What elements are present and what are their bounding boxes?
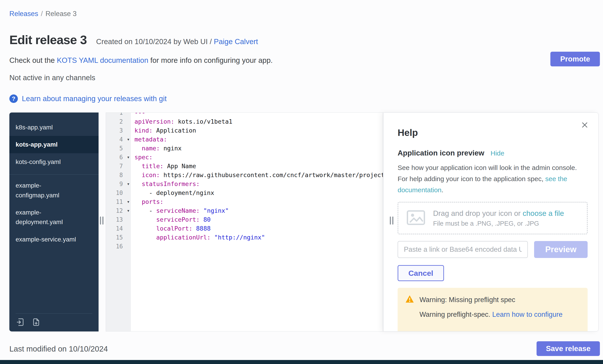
image-placeholder-icon: [407, 210, 425, 226]
editor-line: 4▾metadata:: [106, 135, 383, 144]
code-line[interactable]: title: App Name: [131, 162, 196, 171]
code-line[interactable]: icon: https://raw.githubusercontent.com/…: [131, 171, 383, 179]
line-number: 7: [106, 162, 131, 171]
dropzone-prefix: Drag and drop your icon or: [433, 209, 523, 217]
new-file-icon[interactable]: [32, 318, 41, 328]
promote-button[interactable]: Promote: [550, 52, 600, 66]
section-title: Application icon preview: [398, 149, 484, 157]
editor-resize-handle[interactable]: [390, 217, 393, 225]
choose-file-link[interactable]: choose a file: [523, 209, 564, 217]
help-description: See how your application icon will look …: [398, 162, 587, 196]
editor-line: 10 - deployment/nginx: [106, 188, 383, 197]
git-help-link[interactable]: Learn about managing your releases with …: [22, 94, 167, 103]
editor-line: 12▾ - serviceName: "nginx": [106, 206, 383, 215]
breadcrumb-releases-link[interactable]: Releases: [9, 10, 38, 18]
question-circle-icon[interactable]: ?: [9, 94, 18, 103]
help-panel: Help Application icon preview Hide See h…: [383, 112, 599, 331]
fold-arrow-icon[interactable]: ▾: [127, 206, 130, 215]
close-icon[interactable]: [581, 121, 589, 130]
sidebar-resize-handle[interactable]: [100, 217, 104, 225]
line-number: 4▾: [106, 135, 131, 144]
file-tab-k8s-app.yaml[interactable]: k8s-app.yaml: [9, 119, 99, 136]
icon-preview-section-header: Application icon preview Hide: [398, 149, 504, 157]
line-number: 15: [106, 233, 131, 242]
editor-line: 2apiVersion: kots.io/v1beta1: [106, 117, 383, 126]
kots-yaml-docs-link[interactable]: KOTS YAML documentation: [57, 56, 148, 64]
line-number: 11▾: [106, 197, 131, 206]
breadcrumb: Releases/Release 3: [9, 10, 77, 18]
line-number: 6▾: [106, 153, 131, 162]
code-line[interactable]: name: nginx: [131, 144, 182, 153]
editor-line: 1---: [106, 112, 383, 117]
code-line[interactable]: spec:: [131, 153, 152, 162]
code-line[interactable]: ports:: [131, 197, 163, 206]
author-link[interactable]: Paige Calvert: [214, 37, 258, 46]
line-number: 8: [106, 171, 131, 179]
warning-icon: [405, 295, 414, 305]
fold-arrow-icon[interactable]: ▾: [127, 197, 130, 206]
code-editor[interactable]: 1---2apiVersion: kots.io/v1beta13kind: A…: [106, 112, 383, 331]
code-line[interactable]: localPort: 8888: [131, 224, 210, 233]
created-text: Created on 10/10/2024 by Web UI / Paige …: [96, 37, 258, 46]
docs-prefix: Check out the: [9, 56, 57, 64]
preview-button[interactable]: Preview: [534, 241, 588, 258]
code-line[interactable]: servicePort: 80: [131, 215, 210, 224]
editor-line: 6▾spec:: [106, 153, 383, 162]
breadcrumb-current: Release 3: [46, 10, 77, 18]
file-tab-example-deployment.yaml[interactable]: example-deployment.yaml: [9, 204, 99, 231]
cancel-button[interactable]: Cancel: [398, 265, 444, 281]
help-panel-title: Help: [398, 127, 418, 138]
code-line[interactable]: apiVersion: kots.io/v1beta1: [131, 117, 232, 126]
editor-line: 15 applicationUrl: "http://nginx": [106, 233, 383, 242]
editor-line: 3kind: Application: [106, 126, 383, 135]
code-line[interactable]: ---: [131, 112, 145, 117]
dropzone-text-block: Drag and drop your icon or choose a file…: [433, 209, 564, 227]
header-row: Edit release 3 Created on 10/10/2024 by …: [9, 33, 258, 47]
code-line[interactable]: statusInformers:: [131, 179, 200, 188]
learn-how-to-configure-link[interactable]: Learn how to configure: [492, 310, 562, 318]
code-line[interactable]: metadata:: [131, 135, 167, 144]
git-help-row: ? Learn about managing your releases wit…: [9, 94, 167, 103]
last-modified-text: Last modified on 10/10/2024: [9, 344, 108, 353]
created-prefix: Created on 10/10/2024 by Web UI /: [96, 37, 214, 46]
fold-arrow-icon[interactable]: ▾: [127, 153, 130, 162]
file-tab-example-configmap.yaml[interactable]: example-configmap.yaml: [9, 177, 99, 204]
fold-arrow-icon[interactable]: ▾: [127, 179, 130, 188]
file-tab-example-service.yaml[interactable]: example-service.yaml: [9, 231, 99, 248]
line-number: 12▾: [106, 206, 131, 215]
docs-row: Check out the KOTS YAML documentation fo…: [9, 56, 273, 65]
editor-line: 14 localPort: 8888: [106, 224, 383, 233]
editor-line: 5 name: nginx: [106, 144, 383, 153]
fold-arrow-icon[interactable]: ▾: [127, 135, 130, 144]
sidebar-actions: [16, 318, 41, 328]
file-list: k8s-app.yamlkots-app.yamlkots-config.yam…: [9, 112, 99, 248]
upload-file-icon[interactable]: [16, 318, 25, 328]
file-tab-kots-config.yaml[interactable]: kots-config.yaml: [9, 153, 99, 170]
code-line[interactable]: [131, 242, 134, 251]
code-line[interactable]: - deployment/nginx: [131, 188, 214, 197]
editor-line: 8 icon: https://raw.githubusercontent.co…: [106, 171, 383, 179]
warning-detail: Warning preflight-spec. Learn how to con…: [419, 310, 580, 319]
line-number: 2: [106, 117, 131, 126]
preflight-warning-box: Warning: Missing preflight spec Warning …: [398, 288, 588, 331]
docs-suffix: for more info on configuring your app.: [148, 56, 273, 64]
file-tab-kots-app.yaml[interactable]: kots-app.yaml: [9, 136, 99, 153]
line-number: 16: [106, 242, 131, 251]
line-number: 14: [106, 224, 131, 233]
code-line[interactable]: kind: Application: [131, 126, 196, 135]
icon-url-input[interactable]: [398, 241, 528, 258]
hide-link[interactable]: Hide: [491, 149, 504, 157]
editor-line: 9▾ statusInformers:: [106, 179, 383, 188]
editor-line: 7 title: App Name: [106, 162, 383, 171]
editor-line: 16: [106, 242, 383, 251]
description-suffix: .: [441, 186, 443, 194]
save-release-button[interactable]: Save release: [536, 341, 600, 356]
editor-line: 13 servicePort: 80: [106, 215, 383, 224]
sidebar-bottom-divider: [16, 313, 92, 314]
code-line[interactable]: - serviceName: "nginx": [131, 206, 229, 215]
bottom-edge-bar: [0, 360, 603, 364]
icon-dropzone[interactable]: Drag and drop your icon or choose a file…: [398, 202, 588, 234]
warning-title: Warning: Missing preflight spec: [419, 296, 515, 304]
breadcrumb-separator: /: [41, 10, 43, 18]
code-line[interactable]: applicationUrl: "http://nginx": [131, 233, 265, 242]
